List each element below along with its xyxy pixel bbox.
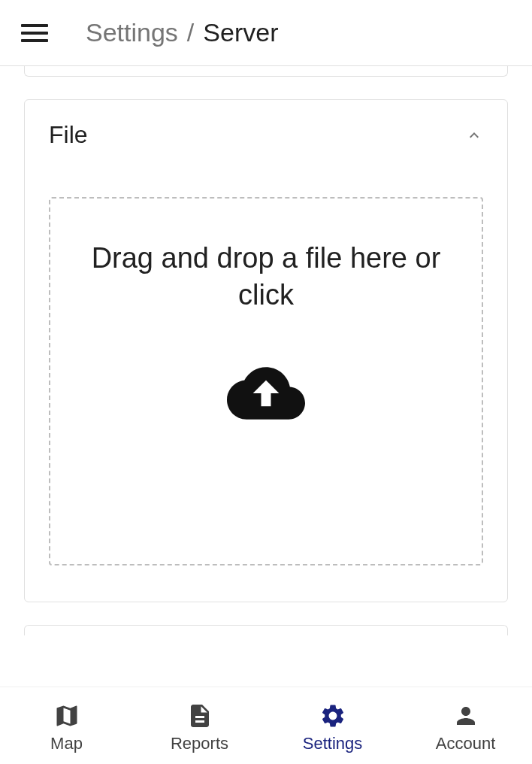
nav-label-account: Account	[436, 734, 496, 753]
cloud-upload-icon	[227, 367, 305, 423]
nav-label-reports: Reports	[171, 734, 228, 753]
nav-label-map: Map	[50, 734, 83, 753]
dropzone-text: Drag and drop a file here or click	[65, 240, 467, 314]
nav-item-account[interactable]: Account	[399, 702, 532, 753]
settings-icon	[319, 702, 346, 729]
breadcrumb-parent[interactable]: Settings	[86, 18, 178, 47]
map-icon	[53, 702, 80, 729]
file-card-title: File	[49, 121, 88, 149]
chevron-up-icon	[465, 126, 483, 144]
account-icon	[452, 702, 479, 729]
menu-icon[interactable]	[21, 24, 48, 42]
nav-label-settings: Settings	[303, 734, 363, 753]
bottom-nav: Map Reports Settings Account	[0, 687, 532, 764]
file-card-body: Drag and drop a file here or click	[25, 167, 507, 602]
file-dropzone[interactable]: Drag and drop a file here or click	[49, 197, 483, 565]
file-card: File Drag and drop a file here or click	[24, 99, 508, 602]
reports-icon	[186, 702, 213, 729]
nav-item-map[interactable]: Map	[0, 702, 133, 753]
nav-item-reports[interactable]: Reports	[133, 702, 266, 753]
breadcrumb: Settings / Server	[86, 18, 278, 47]
app-header: Settings / Server	[0, 0, 532, 66]
next-card-edge	[24, 625, 508, 635]
content-area: File Drag and drop a file here or click	[0, 66, 532, 635]
file-card-header[interactable]: File	[25, 100, 507, 167]
previous-card-edge	[24, 66, 508, 77]
breadcrumb-current: Server	[203, 18, 278, 47]
nav-item-settings[interactable]: Settings	[266, 702, 399, 753]
breadcrumb-separator: /	[187, 18, 194, 47]
